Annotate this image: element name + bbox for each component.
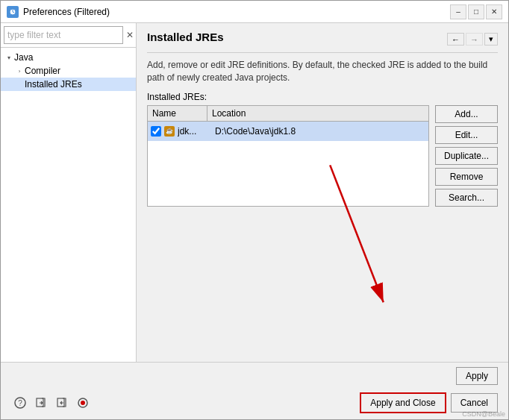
tree-item-compiler[interactable]: › Compiler	[1, 64, 136, 78]
cancel-button[interactable]: Cancel	[451, 393, 498, 413]
tree-item-label: Compiler	[25, 66, 60, 76]
right-panel: Installed JREs ← → ▾ Add, remove or edit…	[137, 23, 508, 362]
apply-row: Apply	[1, 363, 508, 388]
export-icon-button[interactable]	[53, 394, 71, 412]
nav-controls: ← → ▾	[447, 33, 498, 46]
search-button[interactable]: Search...	[435, 189, 498, 207]
add-button[interactable]: Add...	[435, 105, 498, 123]
help-icon-button[interactable]: ?	[11, 394, 29, 412]
svg-text:?: ?	[18, 399, 22, 407]
svg-point-8	[81, 401, 85, 405]
panel-title: Installed JREs	[147, 31, 447, 48]
tree-item-installed-jres[interactable]: › Installed JREs	[1, 78, 136, 91]
window-controls: – □ ✕	[450, 4, 502, 19]
bottom-area: Apply ?	[1, 362, 508, 419]
jre-table-header: Name Location	[148, 106, 428, 122]
close-button[interactable]: ✕	[486, 4, 502, 19]
duplicate-button[interactable]: Duplicate...	[435, 147, 498, 165]
filter-clear-button[interactable]: ✕	[126, 28, 134, 42]
preferences-window: Preferences (Filtered) – □ ✕ ✕ ▾ Java	[0, 0, 509, 420]
jre-name: jdk...	[178, 126, 215, 137]
edit-button[interactable]: Edit...	[435, 126, 498, 144]
import-icon	[35, 397, 47, 409]
panel-header: Installed JREs ← → ▾	[147, 31, 498, 48]
tree: ▾ Java › Compiler › Installed JREs	[1, 48, 136, 362]
jre-buttons: Add... Edit... Duplicate... Remove Searc…	[435, 105, 498, 207]
title-bar: Preferences (Filtered) – □ ✕	[1, 1, 508, 23]
forward-button[interactable]: →	[466, 33, 483, 46]
back-button[interactable]: ←	[447, 33, 464, 46]
apply-and-close-button[interactable]: Apply and Close	[360, 392, 446, 413]
export-icon	[56, 397, 68, 409]
filter-bar: ✕	[1, 23, 136, 48]
tree-item-label: Java	[14, 52, 33, 63]
maximize-button[interactable]: □	[468, 4, 484, 19]
table-row[interactable]: ☕ jdk... D:\Code\Java\jdk1.8	[148, 122, 428, 141]
col-name-header: Name	[148, 106, 207, 121]
jre-icon: ☕	[164, 126, 175, 137]
import-icon-button[interactable]	[32, 394, 50, 412]
main-area: ✕ ▾ Java › Compiler › Installed JREs	[1, 23, 508, 362]
chevron-down-icon: ▾	[4, 52, 14, 63]
remove-button[interactable]: Remove	[435, 168, 498, 186]
sidebar: ✕ ▾ Java › Compiler › Installed JREs	[1, 23, 137, 362]
filter-input[interactable]	[4, 26, 123, 44]
tree-item-label: Installed JREs	[25, 79, 82, 90]
apply-button[interactable]: Apply	[456, 367, 498, 385]
jre-checkbox[interactable]	[151, 126, 161, 137]
jre-area: Name Location ☕ jdk... D:\Code\Java\jdk1…	[147, 105, 498, 207]
record-icon	[77, 397, 89, 409]
window-title: Preferences (Filtered)	[23, 7, 450, 17]
panel-section-label: Installed JREs:	[147, 92, 498, 102]
help-icon: ?	[14, 397, 26, 409]
chevron-right-icon: ›	[14, 66, 25, 76]
tree-item-java[interactable]: ▾ Java	[1, 51, 136, 64]
window-icon	[7, 6, 19, 18]
minimize-button[interactable]: –	[450, 4, 466, 19]
jre-area-container: Name Location ☕ jdk... D:\Code\Java\jdk1…	[147, 105, 498, 354]
jre-table-body: ☕ jdk... D:\Code\Java\jdk1.8	[148, 122, 428, 206]
jre-location: D:\Code\Java\jdk1.8	[215, 126, 425, 137]
jre-table: Name Location ☕ jdk... D:\Code\Java\jdk1…	[147, 105, 429, 207]
bottom-left-icons: ?	[11, 394, 92, 412]
col-location-header: Location	[207, 106, 428, 121]
bottom-buttons-row: ?	[1, 388, 508, 419]
nav-dropdown-button[interactable]: ▾	[484, 33, 498, 46]
panel-description: Add, remove or edit JRE definitions. By …	[147, 59, 498, 84]
record-icon-button[interactable]	[74, 394, 92, 412]
